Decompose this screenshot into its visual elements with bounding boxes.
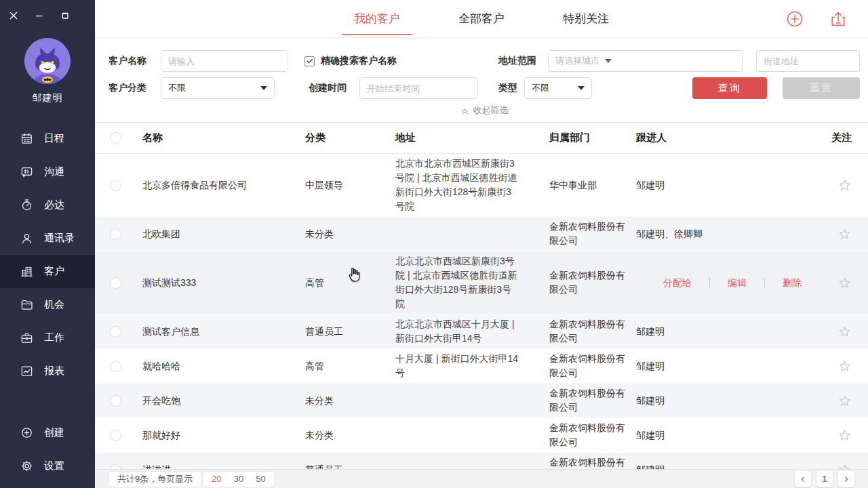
favorite-star-icon[interactable] bbox=[837, 394, 852, 408]
row-action-link[interactable]: 分配给 bbox=[663, 276, 692, 290]
table-row[interactable]: 进进进普通员工金新农饲料股份有限公司邹建明 bbox=[95, 453, 868, 469]
page-size-option[interactable]: 20 bbox=[212, 474, 221, 484]
row-action-link[interactable]: 编辑 bbox=[728, 276, 747, 290]
page-size-option[interactable]: 30 bbox=[234, 474, 243, 484]
row-select-radio[interactable] bbox=[110, 464, 121, 470]
row-select-radio[interactable] bbox=[110, 361, 121, 372]
sidebar-item-stopwatch[interactable]: 必达 bbox=[0, 188, 95, 222]
customer-category: 普通员工 bbox=[302, 463, 395, 470]
favorite-cell bbox=[807, 359, 868, 373]
table-row[interactable]: 就哈哈哈高管十月大厦 | 新街口外大街甲14号金新农饲料股份有限公司邹建明 bbox=[95, 349, 868, 384]
row-select-radio[interactable] bbox=[110, 277, 121, 289]
customer-name: 测试测试333 bbox=[136, 276, 302, 290]
row-select-radio[interactable] bbox=[110, 395, 121, 407]
favorite-star-icon[interactable] bbox=[837, 178, 852, 192]
table-row[interactable]: 那就好好未分类金新农饲料股份有限公司邹建明 bbox=[95, 418, 868, 453]
customer-category: 普通员工 bbox=[302, 325, 395, 339]
table-row[interactable]: 北京多倍得食品有限公司中层领导北京市北京市西城区新康街3号院 | 北京市西城区德… bbox=[95, 154, 868, 217]
favorite-star-icon[interactable] bbox=[837, 276, 852, 290]
row-select-radio[interactable] bbox=[110, 430, 121, 441]
customer-department: 金新农饲料股份有限公司 bbox=[548, 421, 634, 449]
create-time-label: 创建时间 bbox=[309, 82, 347, 94]
sidebar-item-folder[interactable]: 机会 bbox=[0, 288, 95, 321]
customer-department: 金新农饲料股份有限公司 bbox=[548, 268, 634, 297]
tab-bar: 我的客户全部客户特别关注 bbox=[95, 0, 868, 38]
footer-bar: 共计9条，每页显示 203050 1 bbox=[95, 469, 868, 488]
customer-address: 北京北京市西城区十月大厦 | 新街口外大街甲14号 bbox=[395, 317, 548, 346]
row-select-cell bbox=[95, 464, 136, 470]
user-name: 邹建明 bbox=[0, 92, 95, 104]
close-icon[interactable] bbox=[8, 10, 19, 21]
customer-address: 北京市北京市西城区新康街3号院 | 北京市西城区德胜街道新街口外大街128号新康… bbox=[395, 157, 548, 214]
customer-follower: 邹建明 bbox=[634, 178, 807, 192]
create-time-input[interactable] bbox=[359, 77, 478, 99]
sidebar-item-chat[interactable]: 沟通 bbox=[0, 155, 95, 188]
add-customer-button[interactable] bbox=[785, 9, 804, 28]
favorite-star-icon[interactable] bbox=[837, 463, 852, 470]
type-select[interactable]: 不限 bbox=[524, 77, 592, 99]
sidebar-item-contacts[interactable]: 通讯录 bbox=[0, 222, 95, 255]
sidebar-item-label: 通讯录 bbox=[44, 232, 75, 245]
header-category: 分类 bbox=[302, 131, 395, 144]
table-row[interactable]: 开会吃饱未分类金新农饲料股份有限公司邹建明 bbox=[95, 384, 868, 418]
page-size-option[interactable]: 50 bbox=[256, 474, 265, 484]
customer-department: 金新农饲料股份有限公司 bbox=[548, 386, 634, 415]
header-name: 名称 bbox=[136, 131, 302, 144]
check-icon bbox=[306, 57, 314, 65]
search-button[interactable]: 查询 bbox=[692, 77, 767, 99]
favorite-star-icon[interactable] bbox=[837, 227, 852, 241]
sidebar-item-building[interactable]: 客户 bbox=[0, 255, 95, 288]
favorite-cell bbox=[807, 428, 868, 443]
sidebar-item-gear[interactable]: 设置 bbox=[0, 449, 95, 483]
favorite-star-icon[interactable] bbox=[837, 428, 852, 443]
tab-1[interactable]: 我的客户 bbox=[354, 8, 400, 29]
row-select-radio[interactable] bbox=[110, 326, 121, 338]
sidebar-item-plus-circle[interactable]: 创建 bbox=[0, 416, 95, 449]
row-select-radio[interactable] bbox=[110, 228, 121, 240]
table-row[interactable]: 测试测试333高管北京北京市西城区新康街3号院 | 北京市西城区德胜街道新街口外… bbox=[95, 251, 868, 314]
select-all-radio[interactable] bbox=[110, 132, 121, 144]
window-controls bbox=[0, 0, 95, 23]
favorite-star-icon[interactable] bbox=[837, 359, 852, 373]
current-page-button[interactable]: 1 bbox=[816, 471, 833, 487]
row-select-cell bbox=[95, 326, 136, 338]
row-action-link[interactable]: 删除 bbox=[783, 276, 802, 290]
favorite-star-icon[interactable] bbox=[837, 325, 852, 339]
contacts-icon bbox=[20, 232, 33, 245]
customer-category: 高管 bbox=[302, 276, 395, 290]
type-label: 类型 bbox=[498, 82, 517, 94]
export-icon[interactable] bbox=[829, 9, 848, 28]
table-row[interactable]: 测试客户信息普通员工北京北京市西城区十月大厦 | 新街口外大街甲14号金新农饲料… bbox=[95, 314, 868, 349]
table-row[interactable]: 北欧集团未分类金新农饲料股份有限公司邹建明、徐卿卿 bbox=[95, 217, 868, 251]
row-select-cell bbox=[95, 361, 136, 372]
collapse-filters-link[interactable]: 收起筛选 bbox=[108, 99, 860, 122]
exact-search-checkbox[interactable] bbox=[304, 56, 315, 66]
filter-row-1: 客户名称 精确搜索客户名称 地址范围 请选择城市 bbox=[108, 50, 860, 72]
tab-2[interactable]: 全部客户 bbox=[458, 8, 505, 29]
avatar[interactable] bbox=[24, 38, 71, 84]
chat-icon bbox=[20, 165, 33, 178]
customer-name-label: 客户名称 bbox=[108, 55, 146, 67]
sidebar-item-calendar[interactable]: 日程 bbox=[0, 122, 95, 155]
maximize-icon[interactable] bbox=[60, 10, 71, 21]
city-select[interactable]: 请选择城市 bbox=[548, 50, 743, 72]
sidebar-item-label: 报表 bbox=[44, 365, 64, 378]
category-select[interactable]: 不限 bbox=[161, 77, 275, 99]
street-address-input[interactable] bbox=[756, 50, 860, 72]
customer-department: 金新农饲料股份有限公司 bbox=[548, 455, 634, 469]
sidebar-item-label: 设置 bbox=[44, 460, 64, 472]
row-select-radio[interactable] bbox=[110, 180, 121, 191]
sidebar-item-chart[interactable]: 报表 bbox=[0, 354, 95, 388]
customer-name-input[interactable] bbox=[161, 50, 288, 72]
reset-button[interactable]: 重置 bbox=[783, 77, 860, 99]
sidebar-item-label: 工作 bbox=[44, 331, 64, 344]
sidebar-item-label: 沟通 bbox=[44, 165, 64, 178]
sidebar-item-briefcase[interactable]: 工作 bbox=[0, 321, 95, 354]
minimize-icon[interactable] bbox=[34, 10, 45, 21]
next-page-button[interactable] bbox=[838, 471, 854, 487]
exact-search-label: 精确搜索客户名称 bbox=[321, 55, 397, 67]
tab-3[interactable]: 特别关注 bbox=[563, 8, 609, 29]
prev-page-button[interactable] bbox=[795, 471, 811, 487]
header-address: 地址 bbox=[395, 131, 548, 144]
favorite-cell bbox=[807, 227, 868, 241]
